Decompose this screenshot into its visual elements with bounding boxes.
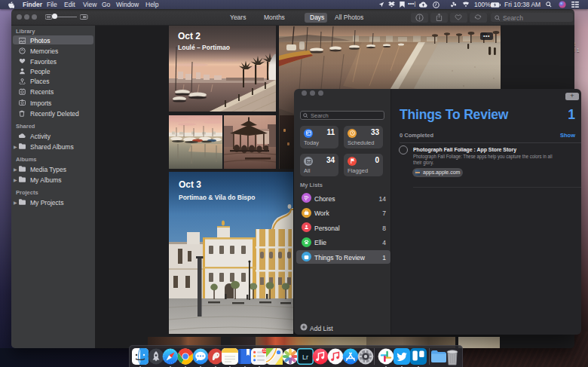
svg-text:Lr: Lr <box>302 353 308 361</box>
